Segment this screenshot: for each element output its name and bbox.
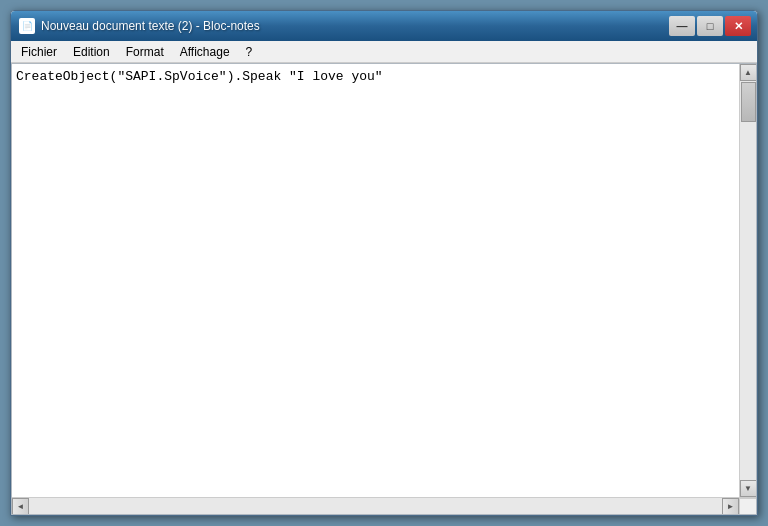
window-controls: — □ ✕ (669, 16, 751, 36)
scroll-track-horizontal[interactable] (29, 498, 722, 514)
scroll-left-button[interactable]: ◄ (12, 498, 29, 515)
text-area-wrapper: ▲ ▼ (12, 64, 756, 497)
menu-affichage[interactable]: Affichage (172, 43, 238, 61)
scroll-down-button[interactable]: ▼ (740, 480, 757, 497)
scroll-up-button[interactable]: ▲ (740, 64, 757, 81)
window-title: Nouveau document texte (2) - Bloc-notes (41, 19, 260, 33)
content-area: ▲ ▼ ◄ ► (11, 63, 757, 515)
menu-fichier[interactable]: Fichier (13, 43, 65, 61)
scrollbar-corner (739, 498, 756, 515)
close-button[interactable]: ✕ (725, 16, 751, 36)
text-editor[interactable] (12, 64, 739, 497)
minimize-button[interactable]: — (669, 16, 695, 36)
vertical-scrollbar: ▲ ▼ (739, 64, 756, 497)
menu-help[interactable]: ? (238, 43, 261, 61)
menu-edition[interactable]: Edition (65, 43, 118, 61)
notepad-window: 📄 Nouveau document texte (2) - Bloc-note… (10, 10, 758, 516)
title-bar: 📄 Nouveau document texte (2) - Bloc-note… (11, 11, 757, 41)
scroll-thumb-vertical[interactable] (741, 82, 756, 122)
menu-format[interactable]: Format (118, 43, 172, 61)
scroll-right-button[interactable]: ► (722, 498, 739, 515)
maximize-button[interactable]: □ (697, 16, 723, 36)
app-icon: 📄 (19, 18, 35, 34)
title-bar-left: 📄 Nouveau document texte (2) - Bloc-note… (19, 18, 260, 34)
horizontal-scrollbar: ◄ ► (12, 497, 756, 514)
scroll-track-vertical[interactable] (740, 81, 756, 480)
menu-bar: Fichier Edition Format Affichage ? (11, 41, 757, 63)
